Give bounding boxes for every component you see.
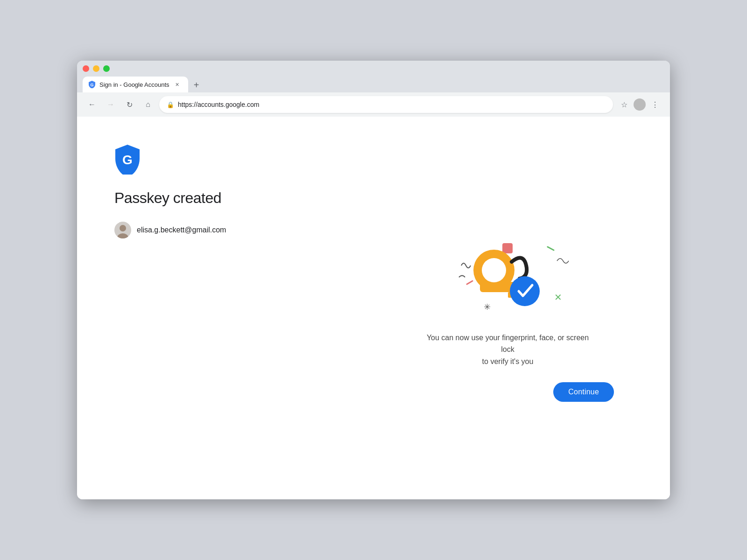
- page-title: Passkey created: [114, 189, 364, 207]
- page-body: G Passkey created elisa.g.beckett@gmail.…: [77, 117, 670, 499]
- svg-line-15: [467, 281, 472, 284]
- tab-favicon-icon: G: [88, 81, 96, 88]
- svg-point-13: [510, 276, 540, 306]
- svg-text:G: G: [122, 153, 133, 167]
- traffic-lights: [83, 65, 664, 72]
- browser-window: G Sign in - Google Accounts × + ← → ↻ ⌂ …: [77, 61, 670, 499]
- tab-title: Sign in - Google Accounts: [99, 81, 169, 88]
- google-shield-logo: G: [114, 145, 141, 175]
- description-text: You can now use your fingerprint, face, …: [419, 332, 597, 368]
- left-panel: G Passkey created elisa.g.beckett@gmail.…: [114, 145, 364, 471]
- nav-bar: ← → ↻ ⌂ 🔒 https://accounts.google.com ☆ …: [77, 92, 670, 117]
- right-panel: ✳ ✕ You can now use your fingerprint, fa…: [383, 145, 633, 471]
- home-button[interactable]: ⌂: [141, 97, 155, 112]
- profile-button[interactable]: [634, 98, 646, 111]
- page-content: G Passkey created elisa.g.beckett@gmail.…: [77, 117, 670, 499]
- key-illustration: ✳ ✕: [433, 224, 583, 317]
- title-bar: G Sign in - Google Accounts × +: [77, 61, 670, 92]
- menu-button[interactable]: ⋮: [648, 97, 662, 112]
- nav-actions: ☆ ⋮: [617, 97, 662, 112]
- svg-point-3: [120, 225, 126, 231]
- active-tab[interactable]: G Sign in - Google Accounts ×: [83, 77, 188, 92]
- svg-text:✕: ✕: [554, 292, 562, 302]
- continue-button[interactable]: Continue: [553, 382, 614, 402]
- forward-button[interactable]: →: [103, 97, 118, 112]
- url-text: https://accounts.google.com: [178, 101, 606, 108]
- address-bar[interactable]: 🔒 https://accounts.google.com: [159, 96, 613, 113]
- user-email: elisa.g.beckett@gmail.com: [137, 226, 226, 234]
- svg-rect-5: [502, 243, 513, 253]
- close-window-button[interactable]: [83, 65, 89, 72]
- key-svg: ✳ ✕: [433, 224, 583, 317]
- svg-point-12: [482, 258, 506, 282]
- svg-text:G: G: [90, 83, 93, 87]
- back-button[interactable]: ←: [85, 97, 99, 112]
- tabs-row: G Sign in - Google Accounts × +: [83, 77, 664, 92]
- bookmark-button[interactable]: ☆: [617, 97, 632, 112]
- minimize-window-button[interactable]: [93, 65, 99, 72]
- svg-text:✳: ✳: [483, 302, 490, 312]
- reload-button[interactable]: ↻: [122, 97, 137, 112]
- svg-line-6: [548, 247, 554, 250]
- tab-close-button[interactable]: ×: [173, 80, 182, 89]
- user-row: elisa.g.beckett@gmail.com: [114, 222, 364, 238]
- lock-icon: 🔒: [167, 101, 174, 108]
- new-tab-button[interactable]: +: [190, 78, 203, 91]
- maximize-window-button[interactable]: [103, 65, 110, 72]
- user-avatar: [114, 222, 131, 238]
